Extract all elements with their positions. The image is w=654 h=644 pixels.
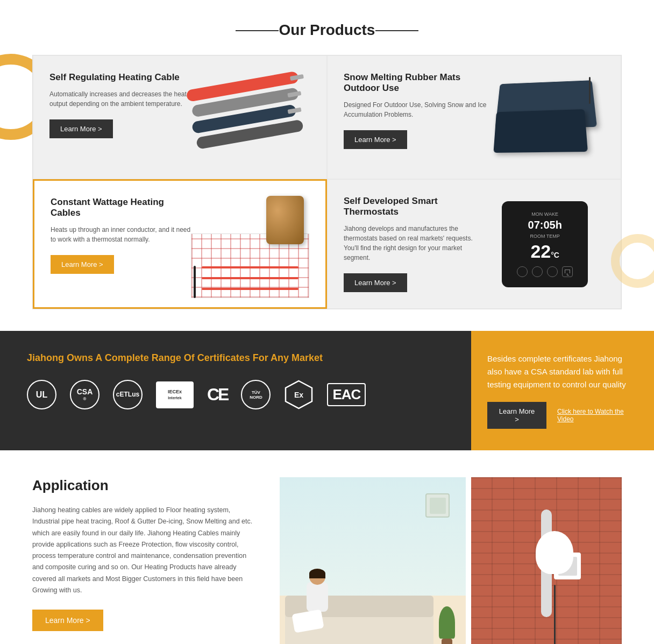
product-title-4: Self Developed Smart Thermostats	[344, 196, 487, 217]
product-desc-3: Heats up through an inner conductor, and…	[51, 225, 193, 244]
product-card-snow-melting: Snow Melting Rubber Mats Outdoor Use Des…	[327, 55, 621, 179]
learn-more-btn-2[interactable]: Learn More >	[344, 130, 407, 149]
cert-logos-row: UL CSA ® cETLus IECExIntertek CE TÜVNORD	[27, 380, 444, 409]
cert-logo-ul: UL	[27, 380, 56, 409]
application-section: Application Jiahong heating cables are w…	[0, 450, 654, 644]
product-card-thermostat: Self Developed Smart Thermostats Jiahong…	[327, 179, 621, 309]
cert-right-text: Besides complete certificates Jiahong al…	[487, 352, 638, 391]
cert-watch-video-link[interactable]: Click here to Watch the Video	[557, 408, 638, 423]
product-title-1: Self Regulating Heating Cable	[49, 72, 193, 83]
products-grid: Self Regulating Heating Cable Automatica…	[32, 55, 622, 309]
learn-more-btn-3[interactable]: Learn More >	[51, 255, 114, 274]
cert-right-panel: Besides complete certificates Jiahong al…	[471, 331, 654, 450]
cert-logo-etl: cETLus	[113, 380, 143, 409]
thermostat-display: MON WAKE 07:05h ROOM TEMP 22°C	[502, 201, 588, 287]
section-title: Our Products	[279, 22, 375, 39]
cert-logo-ex: Ex	[284, 380, 314, 409]
cert-logo-csa: CSA ®	[70, 380, 99, 409]
cert-logo-tuv: TÜVNORD	[241, 380, 271, 409]
product-card-self-regulating: Self Regulating Heating Cable Automatica…	[33, 55, 327, 179]
app-image-main	[280, 477, 466, 644]
app-images-container	[280, 477, 622, 644]
product-title-3: Constant Wattage Heating Cables	[51, 197, 193, 218]
app-learn-more-btn[interactable]: Learn More >	[32, 610, 103, 631]
app-description: Jiahong heating cables are widely applie…	[32, 505, 258, 596]
thermostat-time: 07:05h	[528, 219, 562, 231]
cert-title: Jiahong Owns A Complete Range Of Certifi…	[27, 352, 444, 364]
product-desc-1: Automatically increases and decreases th…	[49, 89, 193, 109]
learn-more-btn-1[interactable]: Learn More >	[49, 119, 113, 138]
cert-logo-iecex: IECExIntertek	[156, 381, 194, 408]
learn-more-btn-4[interactable]: Learn More >	[344, 273, 407, 292]
product-card-constant-wattage: Constant Wattage Heating Cables Heats up…	[33, 179, 327, 309]
certificates-section: Jiahong Owns A Complete Range Of Certifi…	[0, 331, 654, 450]
ex-hexagon-svg: Ex	[284, 380, 314, 409]
product-title-2: Snow Melting Rubber Mats Outdoor Use	[344, 72, 487, 94]
app-image-side	[471, 477, 622, 644]
svg-text:Ex: Ex	[294, 391, 303, 399]
app-left-panel: Application Jiahong heating cables are w…	[32, 477, 258, 644]
product-image-2	[474, 61, 615, 173]
product-desc-4: Jiahong develops and manufactures the th…	[344, 224, 487, 263]
product-desc-2: Designed For Outdoor Use, Solving Snow a…	[344, 100, 487, 119]
cert-learn-more-btn[interactable]: Learn More >	[487, 402, 546, 429]
product-image-3	[183, 181, 323, 307]
cert-actions: Learn More > Click here to Watch the Vid…	[487, 402, 638, 429]
product-image-1	[180, 61, 321, 173]
app-title: Application	[32, 477, 258, 494]
product-image-4: MON WAKE 07:05h ROOM TEMP 22°C	[474, 185, 615, 303]
cert-left-panel: Jiahong Owns A Complete Range Of Certifi…	[0, 331, 471, 450]
cert-logo-eac: EAC	[327, 383, 366, 406]
cert-logo-ce: CE	[207, 385, 228, 405]
